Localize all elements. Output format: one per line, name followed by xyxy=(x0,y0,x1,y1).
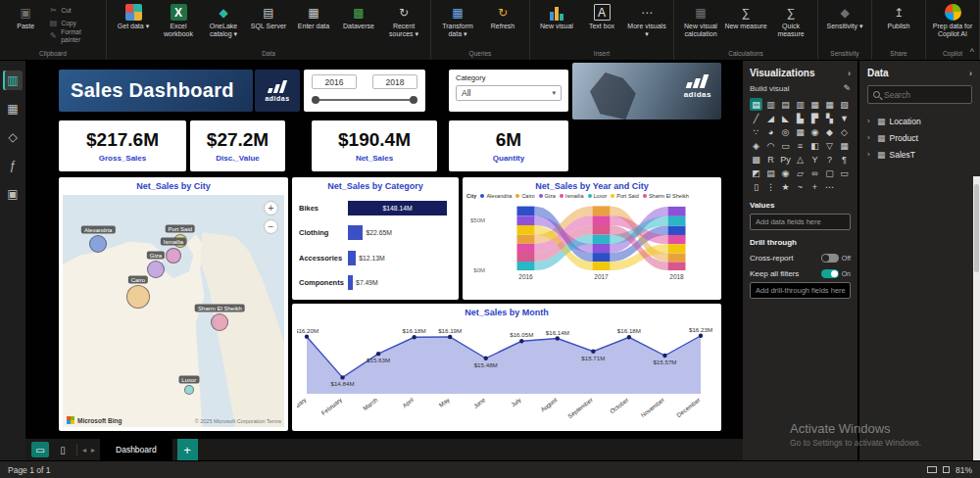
ribbon-button-excel-workbook[interactable]: XExcel workbook xyxy=(157,2,200,38)
ribbon-button-text-box[interactable]: AText box xyxy=(580,2,623,30)
area-chart-icon[interactable]: ◢ xyxy=(764,112,777,124)
ribbon-button-cut[interactable]: ✂Cut xyxy=(49,5,101,16)
power-apps-icon[interactable]: ▱ xyxy=(794,167,807,179)
ribbon-button-get-data[interactable]: Get data ▾ xyxy=(112,2,155,30)
desktop-layout-button[interactable]: ▭ xyxy=(31,442,49,457)
ribbon-button-format-painter[interactable]: ✎Format painter xyxy=(49,30,101,41)
legend-item-port-said[interactable]: Port Said xyxy=(611,193,639,199)
map-zoom-in-button[interactable]: + xyxy=(264,201,278,215)
hero-image[interactable]: adidas xyxy=(572,63,721,120)
ribbon-button-refresh[interactable]: ↻Refresh xyxy=(481,2,524,30)
qa-visual-icon[interactable]: ? xyxy=(823,153,836,166)
ribbon-button-enter-data[interactable]: ▦Enter data xyxy=(292,2,335,30)
net-sales-by-month-chart[interactable]: Net_Sales by Month $16.20MJanuary$14.84M… xyxy=(292,304,721,431)
map-area[interactable]: AlexandriaPort SaidIsmailiaGizaCairoShar… xyxy=(63,195,284,427)
year-slider-handle-end[interactable] xyxy=(410,96,417,104)
slicer-icon[interactable]: ▽ xyxy=(823,139,836,152)
report-builder-view-button[interactable]: ▣ xyxy=(3,184,23,204)
scatter-chart-icon[interactable]: ∵ xyxy=(750,125,762,138)
map-zoom-out-button[interactable]: − xyxy=(264,219,278,234)
ribbon-chart-icon[interactable]: ▧ xyxy=(838,98,851,111)
matrix-icon[interactable]: ▩ xyxy=(750,153,762,166)
collapse-pane-icon[interactable]: › xyxy=(848,69,851,78)
year-end-input[interactable] xyxy=(372,74,417,89)
ribbon-button-copy[interactable]: ▤Copy xyxy=(49,18,101,28)
map-bubble-alexandria[interactable] xyxy=(89,235,107,253)
drill-through-field-well[interactable]: Add drill-through fields here xyxy=(750,282,851,299)
dax-query-view-button[interactable]: ƒ xyxy=(3,156,23,175)
waterfall-chart-icon[interactable]: ▚ xyxy=(823,112,836,124)
stacked-area-chart-icon[interactable]: ◣ xyxy=(779,112,792,124)
scrollbar-thumb[interactable] xyxy=(974,184,979,272)
pie-chart-icon[interactable]: ◕ xyxy=(764,125,777,138)
legend-item-alexandria[interactable]: Alexandria xyxy=(480,193,512,199)
year-start-input[interactable] xyxy=(312,74,357,89)
legend-item-sharm-el-sheikh[interactable]: Sharm El Sheikh xyxy=(643,193,689,199)
expand-chevron-icon[interactable]: › xyxy=(867,133,873,142)
ribbon-button-prep-data-for-copilot-ai[interactable]: Prep data for Copilot AI xyxy=(931,2,974,38)
ribbon-collapse-button[interactable]: ^ xyxy=(970,47,974,57)
bar-components[interactable] xyxy=(348,275,353,290)
kpi-card-gross-sales[interactable]: $217.6M Gross_Sales xyxy=(59,120,186,171)
ribbon-button-new-visual-calculation[interactable]: ▦New visual calculation xyxy=(679,2,722,38)
format-visual-icon[interactable]: ✎ xyxy=(843,83,851,93)
hierarchy-slicer-icon[interactable]: ⋮ xyxy=(764,180,777,193)
report-view-button[interactable]: ▥ xyxy=(3,71,23,90)
arcgis-map-icon[interactable]: ◉ xyxy=(779,167,792,179)
more-options-icon[interactable]: ⋯ xyxy=(823,180,836,193)
paginated-report-icon[interactable]: ▤ xyxy=(764,167,777,179)
table-icon[interactable]: ▦ xyxy=(838,139,851,152)
ribbon-button-paste[interactable]: ▣Paste xyxy=(5,2,47,30)
net-sales-by-city-map[interactable]: Net_Sales by City AlexandriaPort SaidIsm… xyxy=(59,177,288,431)
line-chart-icon[interactable]: ╱ xyxy=(750,112,762,124)
100-stacked-column-chart-icon[interactable]: ▦ xyxy=(823,98,836,111)
cross-report-toggle[interactable] xyxy=(821,254,839,263)
key-influencers-icon[interactable]: △ xyxy=(794,153,807,166)
model-view-button[interactable]: ◇ xyxy=(3,127,23,147)
ribbon-button-dataverse[interactable]: ▩Dataverse xyxy=(337,2,380,30)
search-input[interactable] xyxy=(884,90,966,100)
category-bar-row-clothing[interactable]: Clothing$22.65M xyxy=(299,222,452,244)
net-sales-by-category-chart[interactable]: Net_Sales by Category Bikes$148.14MCloth… xyxy=(292,177,459,300)
azure-map-icon[interactable]: ◈ xyxy=(750,139,762,152)
legend-item-ismailia[interactable]: Ismailia xyxy=(560,193,584,199)
ribbon-button-publish[interactable]: ↥Publish xyxy=(877,2,920,30)
ribbon-button-sensitivity[interactable]: ◆Sensitivity ▾ xyxy=(823,2,866,30)
kpi-card-net-sales[interactable]: $190.4M Net_Sales xyxy=(312,120,437,171)
previous-page-arrow[interactable]: ◂ xyxy=(82,446,86,454)
map-bubble-giza[interactable] xyxy=(147,261,165,278)
report-canvas[interactable]: Sales Dashboard adidas Category All ▾ xyxy=(25,61,743,439)
next-page-arrow[interactable]: ▸ xyxy=(91,446,95,454)
fit-to-page-icon[interactable] xyxy=(927,466,937,473)
funnel-chart-icon[interactable]: ▼ xyxy=(838,112,851,124)
map-bubble-ismailia[interactable] xyxy=(166,248,181,263)
multi-row-card-icon[interactable]: ≡ xyxy=(794,139,807,152)
ribbon-button-new-measure[interactable]: ∑New measure xyxy=(724,2,767,30)
keep-all-filters-toggle[interactable] xyxy=(821,269,839,278)
button-slicer-icon[interactable]: ▢ xyxy=(823,167,836,179)
brand-logo-card[interactable]: adidas xyxy=(255,70,300,112)
net-sales-by-year-and-city-chart[interactable]: Net_Sales by Year and City CityAlexandri… xyxy=(463,177,721,300)
smart-narrative-icon[interactable]: ¶ xyxy=(838,153,851,166)
clustered-column-chart-icon[interactable]: ▥ xyxy=(794,98,807,111)
map-icon[interactable]: ◉ xyxy=(808,125,821,138)
decomposition-tree-icon[interactable]: Y xyxy=(808,153,821,166)
stacked-bar-chart-icon[interactable]: ▤ xyxy=(750,98,762,111)
category-slicer[interactable]: Category All ▾ xyxy=(449,70,568,112)
ribbon-button-transform-data[interactable]: ▦Transform data ▾ xyxy=(436,2,479,38)
card-icon[interactable]: ▭ xyxy=(779,139,792,152)
page-tab-dashboard[interactable]: Dashboard xyxy=(100,439,172,460)
collapse-pane-icon[interactable]: › xyxy=(969,69,972,78)
table-item-salest[interactable]: ›▦SalesT xyxy=(867,146,972,163)
kpi-card-disc-value[interactable]: $27.2M Disc._Value xyxy=(190,120,285,171)
new-page-button[interactable]: + xyxy=(177,439,198,460)
ribbon-button-onelake-catalog[interactable]: ◆OneLake catalog ▾ xyxy=(202,2,245,38)
category-bar-row-bikes[interactable]: Bikes$148.14M xyxy=(299,197,452,218)
map-bubble-luxor[interactable] xyxy=(184,385,194,395)
category-dropdown[interactable]: All ▾ xyxy=(456,85,562,101)
100-stacked-bar-chart-icon[interactable]: ▦ xyxy=(808,98,821,111)
shape-map-icon[interactable]: ◇ xyxy=(838,125,851,138)
table-item-location[interactable]: ›▦Location xyxy=(867,113,972,129)
year-range-slider[interactable] xyxy=(312,96,417,104)
vertical-scrollbar[interactable] xyxy=(973,176,980,460)
